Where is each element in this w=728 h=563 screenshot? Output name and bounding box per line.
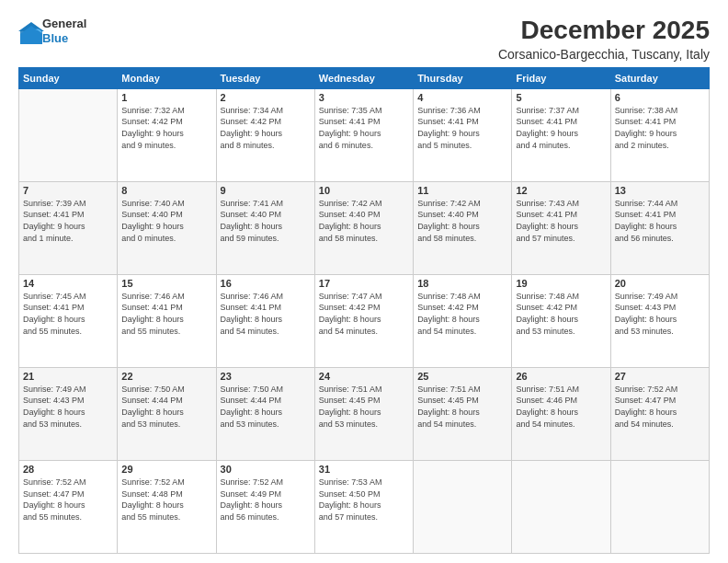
- table-row: 24Sunrise: 7:51 AM Sunset: 4:45 PM Dayli…: [314, 367, 413, 460]
- table-row: 13Sunrise: 7:44 AM Sunset: 4:41 PM Dayli…: [610, 181, 709, 274]
- day-number: 9: [221, 185, 311, 196]
- day-number: 14: [23, 278, 113, 289]
- table-row: 1Sunrise: 7:32 AM Sunset: 4:42 PM Daylig…: [118, 88, 216, 181]
- day-info: Sunrise: 7:38 AM Sunset: 4:41 PM Dayligh…: [615, 105, 705, 151]
- day-info: Sunrise: 7:37 AM Sunset: 4:41 PM Dayligh…: [516, 105, 606, 151]
- month-title: December 2025: [498, 17, 710, 45]
- day-number: 28: [23, 464, 113, 475]
- day-number: 26: [516, 371, 606, 382]
- day-info: Sunrise: 7:50 AM Sunset: 4:44 PM Dayligh…: [121, 384, 211, 430]
- day-number: 22: [121, 371, 211, 382]
- day-info: Sunrise: 7:41 AM Sunset: 4:40 PM Dayligh…: [221, 198, 311, 244]
- day-number: 29: [121, 464, 211, 475]
- col-thursday: Thursday: [414, 67, 512, 88]
- table-row: [19, 88, 118, 181]
- day-number: 21: [23, 371, 113, 382]
- day-number: 20: [615, 278, 705, 289]
- logo-line2: Blue: [42, 31, 86, 46]
- table-row: 30Sunrise: 7:52 AM Sunset: 4:49 PM Dayli…: [216, 460, 314, 553]
- day-info: Sunrise: 7:36 AM Sunset: 4:41 PM Dayligh…: [417, 105, 507, 151]
- table-row: [414, 460, 512, 553]
- table-row: 14Sunrise: 7:45 AM Sunset: 4:41 PM Dayli…: [19, 274, 118, 367]
- table-row: 4Sunrise: 7:36 AM Sunset: 4:41 PM Daylig…: [414, 88, 512, 181]
- col-monday: Monday: [118, 67, 216, 88]
- day-number: 24: [319, 371, 409, 382]
- location-title: Corsanico-Bargecchia, Tuscany, Italy: [498, 47, 710, 62]
- header: General Blue December 2025 Corsanico-Bar…: [18, 17, 710, 62]
- day-info: Sunrise: 7:53 AM Sunset: 4:50 PM Dayligh…: [319, 477, 409, 523]
- day-number: 12: [516, 185, 606, 196]
- table-row: 6Sunrise: 7:38 AM Sunset: 4:41 PM Daylig…: [610, 88, 709, 181]
- day-number: 30: [221, 464, 311, 475]
- day-info: Sunrise: 7:51 AM Sunset: 4:45 PM Dayligh…: [417, 384, 507, 430]
- logo-icon: [18, 22, 40, 40]
- table-row: 8Sunrise: 7:40 AM Sunset: 4:40 PM Daylig…: [118, 181, 216, 274]
- day-number: 15: [121, 278, 211, 289]
- col-saturday: Saturday: [610, 67, 709, 88]
- day-info: Sunrise: 7:47 AM Sunset: 4:42 PM Dayligh…: [319, 291, 409, 337]
- calendar-table: Sunday Monday Tuesday Wednesday Thursday…: [18, 67, 710, 554]
- day-info: Sunrise: 7:52 AM Sunset: 4:49 PM Dayligh…: [221, 477, 311, 523]
- table-row: 31Sunrise: 7:53 AM Sunset: 4:50 PM Dayli…: [314, 460, 413, 553]
- day-info: Sunrise: 7:52 AM Sunset: 4:48 PM Dayligh…: [121, 477, 211, 523]
- day-number: 11: [417, 185, 507, 196]
- calendar-row: 21Sunrise: 7:49 AM Sunset: 4:43 PM Dayli…: [19, 367, 710, 460]
- table-row: 16Sunrise: 7:46 AM Sunset: 4:41 PM Dayli…: [216, 274, 314, 367]
- table-row: 12Sunrise: 7:43 AM Sunset: 4:41 PM Dayli…: [512, 181, 610, 274]
- table-row: 28Sunrise: 7:52 AM Sunset: 4:47 PM Dayli…: [19, 460, 118, 553]
- day-number: 3: [319, 92, 409, 103]
- day-number: 16: [221, 278, 311, 289]
- day-info: Sunrise: 7:48 AM Sunset: 4:42 PM Dayligh…: [516, 291, 606, 337]
- day-info: Sunrise: 7:32 AM Sunset: 4:42 PM Dayligh…: [121, 105, 211, 151]
- table-row: 3Sunrise: 7:35 AM Sunset: 4:41 PM Daylig…: [314, 88, 413, 181]
- day-number: 6: [615, 92, 705, 103]
- day-info: Sunrise: 7:46 AM Sunset: 4:41 PM Dayligh…: [121, 291, 211, 337]
- day-info: Sunrise: 7:39 AM Sunset: 4:41 PM Dayligh…: [23, 198, 113, 244]
- title-block: December 2025 Corsanico-Bargecchia, Tusc…: [498, 17, 710, 62]
- table-row: 19Sunrise: 7:48 AM Sunset: 4:42 PM Dayli…: [512, 274, 610, 367]
- day-number: 25: [417, 371, 507, 382]
- col-wednesday: Wednesday: [314, 67, 413, 88]
- logo-line1: General: [42, 17, 86, 31]
- table-row: 25Sunrise: 7:51 AM Sunset: 4:45 PM Dayli…: [414, 367, 512, 460]
- col-friday: Friday: [512, 67, 610, 88]
- col-tuesday: Tuesday: [216, 67, 314, 88]
- table-row: 20Sunrise: 7:49 AM Sunset: 4:43 PM Dayli…: [610, 274, 709, 367]
- day-info: Sunrise: 7:48 AM Sunset: 4:42 PM Dayligh…: [417, 291, 507, 337]
- day-number: 4: [417, 92, 507, 103]
- table-row: 21Sunrise: 7:49 AM Sunset: 4:43 PM Dayli…: [19, 367, 118, 460]
- logo: General Blue: [18, 17, 86, 45]
- table-row: 9Sunrise: 7:41 AM Sunset: 4:40 PM Daylig…: [216, 181, 314, 274]
- day-number: 2: [221, 92, 311, 103]
- table-row: 27Sunrise: 7:52 AM Sunset: 4:47 PM Dayli…: [610, 367, 709, 460]
- table-row: 22Sunrise: 7:50 AM Sunset: 4:44 PM Dayli…: [118, 367, 216, 460]
- calendar-row: 7Sunrise: 7:39 AM Sunset: 4:41 PM Daylig…: [19, 181, 710, 274]
- day-info: Sunrise: 7:51 AM Sunset: 4:45 PM Dayligh…: [319, 384, 409, 430]
- day-number: 10: [319, 185, 409, 196]
- day-number: 23: [221, 371, 311, 382]
- day-info: Sunrise: 7:52 AM Sunset: 4:47 PM Dayligh…: [615, 384, 705, 430]
- day-info: Sunrise: 7:52 AM Sunset: 4:47 PM Dayligh…: [23, 477, 113, 523]
- day-number: 27: [615, 371, 705, 382]
- calendar-row: 1Sunrise: 7:32 AM Sunset: 4:42 PM Daylig…: [19, 88, 710, 181]
- day-info: Sunrise: 7:42 AM Sunset: 4:40 PM Dayligh…: [417, 198, 507, 244]
- day-info: Sunrise: 7:44 AM Sunset: 4:41 PM Dayligh…: [615, 198, 705, 244]
- day-info: Sunrise: 7:45 AM Sunset: 4:41 PM Dayligh…: [23, 291, 113, 337]
- col-sunday: Sunday: [19, 67, 118, 88]
- day-number: 8: [121, 185, 211, 196]
- calendar-header-row: Sunday Monday Tuesday Wednesday Thursday…: [19, 67, 710, 88]
- day-info: Sunrise: 7:42 AM Sunset: 4:40 PM Dayligh…: [319, 198, 409, 244]
- day-info: Sunrise: 7:46 AM Sunset: 4:41 PM Dayligh…: [221, 291, 311, 337]
- day-info: Sunrise: 7:40 AM Sunset: 4:40 PM Dayligh…: [121, 198, 211, 244]
- day-info: Sunrise: 7:50 AM Sunset: 4:44 PM Dayligh…: [221, 384, 311, 430]
- day-info: Sunrise: 7:43 AM Sunset: 4:41 PM Dayligh…: [516, 198, 606, 244]
- calendar-row: 28Sunrise: 7:52 AM Sunset: 4:47 PM Dayli…: [19, 460, 710, 553]
- table-row: 29Sunrise: 7:52 AM Sunset: 4:48 PM Dayli…: [118, 460, 216, 553]
- table-row: [610, 460, 709, 553]
- day-number: 19: [516, 278, 606, 289]
- table-row: 2Sunrise: 7:34 AM Sunset: 4:42 PM Daylig…: [216, 88, 314, 181]
- table-row: [512, 460, 610, 553]
- page: General Blue December 2025 Corsanico-Bar…: [0, 0, 728, 563]
- table-row: 18Sunrise: 7:48 AM Sunset: 4:42 PM Dayli…: [414, 274, 512, 367]
- calendar-row: 14Sunrise: 7:45 AM Sunset: 4:41 PM Dayli…: [19, 274, 710, 367]
